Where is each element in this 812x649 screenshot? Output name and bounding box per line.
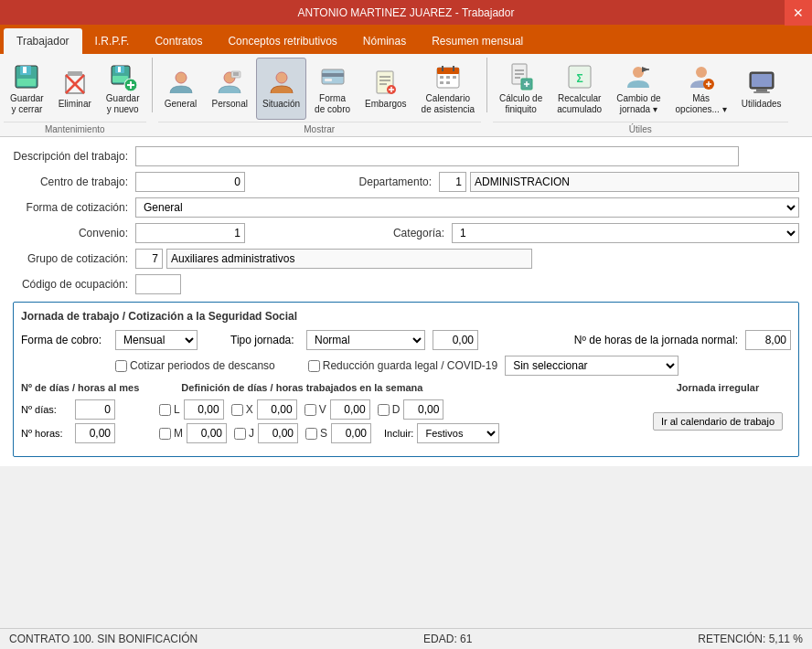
- cotizar-periodos-checkbox[interactable]: [115, 360, 127, 372]
- m-label: M: [174, 427, 183, 440]
- horas-jornada-input[interactable]: [433, 330, 478, 350]
- contrato-status: CONTRATO 100. SIN BONIFICACIÓN: [9, 633, 198, 645]
- edad-status: EDAD: 61: [423, 633, 472, 645]
- tab-trabajador[interactable]: Trabajador: [4, 28, 82, 54]
- guardar-nuevo-button[interactable]: Guardary nuevo: [100, 58, 146, 120]
- svg-rect-32: [437, 68, 459, 74]
- reduccion-check[interactable]: Reducción guarda legal / COVID-19: [308, 359, 497, 372]
- m-checkbox[interactable]: [159, 428, 171, 440]
- x-input[interactable]: [257, 399, 297, 420]
- descripcion-input[interactable]: [135, 146, 739, 166]
- guardar-cerrar-label: Guardary cerrar: [10, 93, 44, 115]
- cambio-jornada-button[interactable]: Cambio dejornada ▾: [610, 58, 667, 120]
- tab-conceptos[interactable]: Conceptos retributivos: [215, 28, 349, 54]
- j-checkbox[interactable]: [234, 428, 246, 440]
- grupo-cotizacion-text-input[interactable]: [166, 249, 532, 269]
- guardar-nuevo-label: Guardary nuevo: [106, 93, 140, 115]
- svg-rect-39: [446, 81, 450, 84]
- guardar-cerrar-button[interactable]: Guardary cerrar: [4, 58, 50, 120]
- personal-button[interactable]: Personal: [206, 58, 254, 120]
- centro-input[interactable]: [135, 172, 245, 192]
- jornada-title: Jornada de trabajo / Cotización a la Seg…: [21, 310, 791, 323]
- recalcular-label: Recalcularacumulado: [557, 93, 602, 115]
- svg-rect-23: [325, 79, 332, 81]
- m-input[interactable]: [187, 423, 227, 443]
- centro-label: Centro de trabajo:: [13, 176, 132, 188]
- categoria-select[interactable]: 1: [452, 223, 799, 243]
- l-check[interactable]: L: [159, 403, 180, 416]
- eliminar-label: Eliminar: [59, 99, 91, 110]
- x-checkbox[interactable]: [231, 404, 243, 416]
- general-icon: [166, 68, 196, 97]
- n-dias-input[interactable]: [75, 399, 115, 420]
- reduccion-select[interactable]: Sin seleccionar: [505, 356, 678, 376]
- close-button[interactable]: ✕: [785, 0, 812, 26]
- svg-rect-56: [752, 74, 772, 87]
- situacion-button[interactable]: Situación: [256, 58, 306, 120]
- calendario-button[interactable]: Calendariode asistencia: [415, 58, 481, 120]
- n-dias-label: Nº días:: [21, 404, 71, 415]
- s-check[interactable]: S: [305, 427, 327, 440]
- n-horas-input[interactable]: [75, 423, 115, 443]
- forma-cotizacion-select[interactable]: General: [135, 197, 799, 218]
- descripcion-label: Descripción del trabajo:: [13, 150, 132, 163]
- tab-nominas[interactable]: Nóminas: [350, 28, 419, 54]
- cotizar-periodos-check[interactable]: Cotizar periodos de descanso: [115, 359, 275, 372]
- d-input[interactable]: [403, 399, 443, 420]
- d-label: D: [392, 403, 401, 416]
- retencion-status: RETENCIÓN: 5,11 %: [698, 633, 803, 645]
- forma-cobro-select[interactable]: Mensual Quincenal Semanal: [115, 330, 198, 350]
- grupo-cotizacion-input[interactable]: [135, 249, 163, 269]
- d-check[interactable]: D: [378, 403, 401, 416]
- x-check[interactable]: X: [231, 403, 253, 416]
- svg-point-15: [176, 72, 187, 83]
- toolbar-group-utiles: Cálculo definiquito Σ Recalcularacumulad…: [493, 58, 788, 136]
- mas-opciones-button[interactable]: Másopciones... ▾: [669, 58, 733, 120]
- tab-irpf[interactable]: I.R.P.F.: [82, 28, 143, 54]
- forma-cotizacion-row: Forma de cotización: General: [13, 197, 799, 218]
- embargos-button[interactable]: Embargos: [358, 58, 413, 120]
- svg-rect-2: [17, 79, 36, 86]
- l-input[interactable]: [184, 399, 224, 420]
- calendar-button[interactable]: Ir al calendario de trabajo: [653, 412, 783, 431]
- svg-rect-22: [322, 73, 344, 77]
- tab-resumen[interactable]: Resumen mensual: [419, 28, 536, 54]
- recalcular-button[interactable]: Σ Recalcularacumulado: [550, 58, 608, 120]
- status-bar: CONTRATO 100. SIN BONIFICACIÓN EDAD: 61 …: [0, 628, 812, 649]
- d-checkbox[interactable]: [378, 404, 390, 416]
- m-check[interactable]: M: [159, 427, 183, 440]
- calendario-label: Calendariode asistencia: [422, 93, 475, 115]
- window-title: ANTONIO MARTINEZ JUAREZ - Trabajador: [298, 6, 515, 19]
- eliminar-icon: [60, 68, 90, 97]
- eliminar-button[interactable]: Eliminar: [52, 58, 98, 120]
- reduccion-checkbox[interactable]: [308, 360, 320, 372]
- departamento-text-input[interactable]: [470, 172, 799, 192]
- tipo-jornada-select[interactable]: Normal Parcial Sin jornada: [306, 330, 425, 350]
- utilidades-button[interactable]: Utilidades: [735, 58, 788, 120]
- tab-bar: Trabajador I.R.P.F. Contratos Conceptos …: [0, 25, 812, 54]
- j-input[interactable]: [258, 423, 298, 443]
- v-checkbox[interactable]: [304, 404, 316, 416]
- convenio-input[interactable]: [135, 223, 245, 243]
- s-input[interactable]: [331, 423, 371, 443]
- j-check[interactable]: J: [234, 427, 254, 440]
- tab-contratos[interactable]: Contratos: [142, 28, 215, 54]
- codigo-ocupacion-input[interactable]: [135, 274, 181, 294]
- incluir-select[interactable]: Festivos Sin festivos: [417, 423, 499, 443]
- general-button[interactable]: General: [158, 58, 204, 120]
- week-row-1: L X V D: [159, 399, 621, 420]
- s-checkbox[interactable]: [305, 428, 317, 440]
- forma-cobro-button[interactable]: Formade cobro: [308, 58, 357, 120]
- centro-row: Centro de trabajo: Departamento:: [13, 172, 799, 192]
- cambio-jornada-icon: [624, 62, 653, 91]
- v-input[interactable]: [330, 399, 370, 420]
- departamento-input[interactable]: [439, 172, 466, 192]
- l-checkbox[interactable]: [159, 404, 171, 416]
- recalcular-icon: Σ: [565, 62, 594, 91]
- tipo-jornada-label: Tipo jornada:: [230, 334, 299, 346]
- mantenimiento-label: Mantenimiento: [4, 122, 146, 136]
- v-check[interactable]: V: [304, 403, 326, 416]
- calculo-finiquito-button[interactable]: Cálculo definiquito: [493, 58, 549, 120]
- horas-jornada-total-input[interactable]: [745, 330, 791, 350]
- embargos-icon: [371, 68, 401, 97]
